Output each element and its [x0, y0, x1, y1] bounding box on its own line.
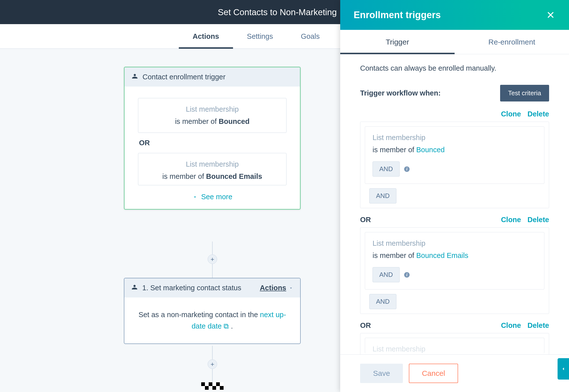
- condition-box-2: List membership is member of Bounced Ema…: [138, 153, 286, 185]
- action-card-title: 1. Set marketing contact status: [142, 284, 241, 292]
- close-panel-button[interactable]: [546, 10, 556, 20]
- or-separator-panel-1: OR: [360, 216, 371, 224]
- person-icon: [131, 284, 138, 292]
- condition-1-prefix: is member of: [175, 117, 219, 125]
- filter-group-2: List membership is member of Bounced Ema…: [360, 227, 549, 314]
- external-link-icon: ⧉: [224, 322, 229, 330]
- and-button-outer-1[interactable]: AND: [369, 188, 396, 203]
- chevron-down-icon: [192, 194, 198, 200]
- or-separator-panel-2: OR: [360, 321, 371, 330]
- filter-group-3: List membership: [360, 333, 549, 354]
- filter-2-type: List membership: [373, 239, 537, 247]
- clone-group-3[interactable]: Clone: [501, 321, 521, 330]
- panel-tab-reenrollment[interactable]: Re-enrollment: [455, 30, 569, 54]
- tab-actions[interactable]: Actions: [179, 24, 233, 49]
- info-icon[interactable]: [404, 272, 410, 278]
- filter-condition-3[interactable]: List membership: [365, 338, 544, 353]
- trigger-card-title-text: Contact enrollment trigger: [142, 73, 226, 81]
- enrollment-triggers-panel: Enrollment triggers Trigger Re-enrollmen…: [340, 0, 569, 392]
- condition-box-1: List membership is member of Bounced: [138, 98, 286, 133]
- action-card[interactable]: 1. Set marketing contact status Actions …: [124, 278, 301, 344]
- filter-group-1: List membership is member of Bounced AND…: [360, 122, 549, 208]
- save-button[interactable]: Save: [360, 364, 403, 383]
- action-card-actions-dropdown[interactable]: Actions: [260, 284, 293, 292]
- condition-2-value: Bounced Emails: [206, 172, 262, 180]
- or-separator: OR: [139, 139, 286, 147]
- condition-1-value: Bounced: [219, 117, 249, 125]
- filter-2-value: Bounced Emails: [416, 251, 469, 259]
- caret-down-icon: [289, 286, 293, 290]
- delete-group-2[interactable]: Delete: [527, 216, 549, 224]
- panel-title: Enrollment triggers: [354, 10, 441, 20]
- test-criteria-button[interactable]: Test criteria: [500, 85, 549, 101]
- close-icon: [547, 11, 555, 19]
- and-button-inner-1[interactable]: AND: [373, 161, 400, 177]
- enrollment-trigger-card[interactable]: Contact enrollment trigger List membersh…: [124, 67, 301, 210]
- collapse-panel-tab[interactable]: [558, 358, 569, 380]
- finish-flag-icon: [201, 382, 224, 390]
- panel-tab-trigger[interactable]: Trigger: [340, 30, 455, 54]
- trigger-when-label: Trigger workflow when:: [360, 89, 441, 97]
- filter-1-type: List membership: [373, 134, 537, 142]
- filter-1-value: Bounced: [416, 146, 445, 154]
- see-more-button[interactable]: See more: [138, 193, 286, 201]
- workflow-title: Set Contacts to Non-Marketing: [218, 7, 337, 17]
- chevron-left-icon: [561, 366, 566, 372]
- tab-goals[interactable]: Goals: [287, 24, 334, 49]
- condition-2-prefix: is member of: [162, 172, 206, 180]
- filter-condition-1[interactable]: List membership is member of Bounced AND: [365, 126, 544, 184]
- and-button-outer-2[interactable]: AND: [369, 294, 396, 309]
- action-dd-label: Actions: [260, 284, 286, 292]
- see-more-label: See more: [201, 193, 233, 201]
- filter-condition-2[interactable]: List membership is member of Bounced Ema…: [365, 232, 544, 290]
- info-icon[interactable]: [404, 166, 410, 172]
- tab-settings[interactable]: Settings: [233, 24, 287, 49]
- add-step-button-2[interactable]: +: [208, 359, 217, 369]
- delete-group-1[interactable]: Delete: [527, 110, 549, 118]
- condition-1-label: List membership: [143, 105, 281, 113]
- clone-group-1[interactable]: Clone: [501, 110, 521, 118]
- delete-group-3[interactable]: Delete: [527, 321, 549, 330]
- person-icon: [132, 73, 138, 81]
- cancel-button[interactable]: Cancel: [409, 364, 458, 383]
- clone-group-2[interactable]: Clone: [501, 216, 521, 224]
- add-step-button-1[interactable]: +: [208, 254, 217, 264]
- action-description: Set as a non-marketing contact in the ne…: [124, 297, 300, 343]
- manual-enroll-info: Contacts can always be enrolled manually…: [360, 64, 549, 72]
- filter-3-type: List membership: [373, 345, 537, 353]
- condition-2-label: List membership: [143, 160, 281, 168]
- and-button-inner-2[interactable]: AND: [373, 267, 400, 282]
